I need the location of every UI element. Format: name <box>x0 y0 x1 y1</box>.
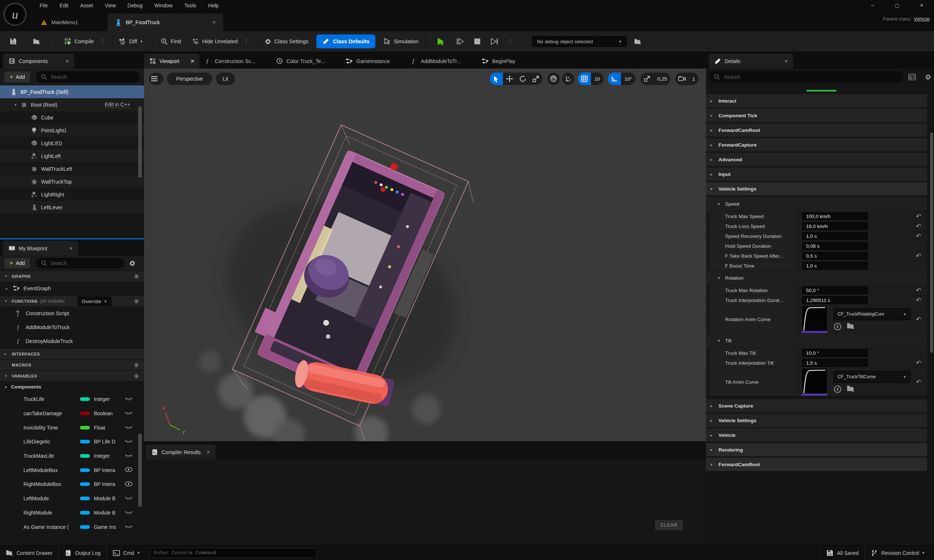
revert-icon[interactable]: ↶ <box>916 252 921 260</box>
myblueprint-scrollbar[interactable] <box>138 434 142 507</box>
console-command-input[interactable] <box>154 550 313 555</box>
center-tab[interactable]: Color Truck_Te... <box>271 54 341 69</box>
menu-item[interactable]: Window <box>148 3 178 8</box>
details-search[interactable] <box>709 71 903 83</box>
camera-speed-control[interactable]: 1 <box>675 72 699 85</box>
output-log-button[interactable]: Output Log <box>58 546 106 560</box>
visibility-eye-icon[interactable] <box>125 411 134 416</box>
parent-class-value[interactable]: Vehicle <box>914 16 929 22</box>
component-tree-row[interactable]: LightLED <box>0 137 144 149</box>
details-category[interactable]: ▸ Vehicle <box>706 428 927 442</box>
variable-row[interactable]: RightModule Module B <box>0 506 144 520</box>
property-value-box[interactable]: 0,5 s <box>801 251 869 261</box>
details-category[interactable]: ▸ Vehicle Settings <box>706 414 927 427</box>
add-macro-icon[interactable]: ⊕ <box>134 362 139 368</box>
details-category[interactable]: ▸ Input <box>706 168 927 181</box>
surface-snap-button[interactable] <box>562 72 574 85</box>
property-value-box[interactable]: 1,290511 s <box>801 295 869 305</box>
settings-gear-icon[interactable] <box>129 260 136 267</box>
add-variable-icon[interactable]: ⊕ <box>134 373 139 379</box>
visibility-eye-icon[interactable] <box>125 481 134 488</box>
simulation-button[interactable]: Simulation <box>383 34 419 49</box>
perspective-button[interactable]: Perspective <box>167 72 212 85</box>
variable-row[interactable]: As Game Instance ( Game Ins <box>0 520 144 534</box>
myblueprint-search[interactable] <box>36 258 124 268</box>
revert-icon[interactable]: ↶ <box>916 359 921 367</box>
component-tree-row[interactable]: LightLeft <box>0 149 144 162</box>
close-icon[interactable]: ✕ <box>190 58 195 64</box>
all-saved-button[interactable]: All Saved <box>820 546 864 560</box>
browse-asset-icon[interactable] <box>847 323 856 331</box>
center-tab[interactable]: f Construction Sc... <box>199 54 271 69</box>
menu-item[interactable]: View <box>99 3 122 8</box>
viewport-3d[interactable]: X Y Perspective Lit <box>144 69 706 441</box>
visibility-eye-icon[interactable] <box>125 524 134 530</box>
components-search[interactable] <box>36 71 140 83</box>
world-gizmo-button[interactable] <box>547 72 560 85</box>
center-tab[interactable]: BeginPlay <box>477 54 531 69</box>
edit-in-cpp-link[interactable]: Edit in C++ <box>105 102 130 108</box>
maximize-button[interactable]: ▢ <box>885 0 909 10</box>
visibility-eye-icon[interactable] <box>125 396 134 402</box>
expand-arrow-icon[interactable]: ▸ <box>6 286 12 291</box>
eventgraph-item[interactable]: ▸ EventGraph <box>0 282 144 295</box>
tab-mainmenu1[interactable]: MainMenu1 <box>34 14 85 31</box>
scale-snap-control[interactable]: 0,25 <box>640 72 671 85</box>
property-value-box[interactable]: 1,0 s <box>801 261 869 271</box>
revert-icon[interactable]: ↶ <box>916 286 921 294</box>
variable-row[interactable]: TruckLife Integer <box>0 392 144 406</box>
variable-row[interactable]: RightModuleBox BP Intera <box>0 477 144 491</box>
browse-asset-icon[interactable] <box>847 385 856 393</box>
tab-my-blueprint[interactable]: My Blueprint ✕ <box>3 241 78 256</box>
menu-item[interactable]: Edit <box>54 3 74 8</box>
component-tree-row[interactable]: LeftLever <box>0 201 144 214</box>
menu-item[interactable]: File <box>34 3 54 8</box>
visibility-eye-icon[interactable] <box>125 453 134 459</box>
functions-header[interactable]: ▼ FUNCTIONS (25 OVERRI Override ▼ ⊕ <box>0 295 144 306</box>
scale-snap-value[interactable]: 0,25 <box>654 76 671 82</box>
function-item[interactable]: f AddModuleToTruck <box>0 320 144 334</box>
menu-item[interactable]: Tools <box>178 3 202 8</box>
group-subheader[interactable]: ▼ Speed <box>706 197 927 211</box>
components-variable-group[interactable]: ▸ Components <box>0 381 144 392</box>
component-tree-row[interactable]: WallTruckTop <box>0 175 144 188</box>
details-category[interactable]: ▸ ForwardCapture <box>706 138 927 151</box>
variable-row[interactable]: LeftModuleBox BP Intera <box>0 463 144 477</box>
content-drawer-button[interactable]: Content Drawer <box>0 546 58 560</box>
interfaces-header[interactable]: ▸ INTERFACES <box>0 348 144 359</box>
component-tree-row[interactable]: BP_FoodTruck (Self) <box>0 85 144 98</box>
tab-details[interactable]: Details ✕ <box>709 54 793 69</box>
component-tree-row[interactable]: ▾ Root (Root) Edit in C++ <box>0 98 144 111</box>
debug-object-dropdown[interactable]: No debug object selected ▼ <box>532 36 627 47</box>
angle-snap-value[interactable]: 10° <box>621 76 635 82</box>
camera-speed-value[interactable]: 1 <box>688 76 699 82</box>
cmd-dropdown[interactable]: Cmd ▼ <box>107 546 146 560</box>
step-forward-icon[interactable] <box>455 38 465 45</box>
close-icon[interactable]: ✕ <box>207 450 211 455</box>
close-icon[interactable]: ✕ <box>212 20 216 25</box>
close-icon[interactable]: ✕ <box>69 246 73 251</box>
debug-browse-icon[interactable] <box>634 38 642 45</box>
visibility-eye-icon[interactable] <box>125 510 134 515</box>
function-item[interactable]: f Construction Script <box>0 306 144 320</box>
revert-icon[interactable]: ↶ <box>916 315 921 323</box>
rotate-tool-icon[interactable] <box>516 72 529 85</box>
details-settings-icon[interactable] <box>925 73 932 81</box>
details-category[interactable]: ▾ Rendering <box>706 443 927 456</box>
add-graph-icon[interactable]: ⊕ <box>134 273 139 280</box>
compile-options-icon[interactable]: ⋮ <box>98 38 107 45</box>
find-button[interactable]: Find <box>160 34 181 49</box>
details-category[interactable]: ▸ ForwardCamRoot <box>706 123 927 137</box>
add-blueprint-item-button[interactable]: + Add <box>5 258 30 268</box>
tab-bp-foodtruck[interactable]: BP_FoodTruck ✕ <box>108 14 223 31</box>
override-dropdown[interactable]: Override ▼ <box>78 297 111 306</box>
tab-components[interactable]: Components ✕ <box>3 54 74 69</box>
macros-header[interactable]: MACROS ⊕ <box>0 359 144 370</box>
revert-icon[interactable]: ↶ <box>916 378 921 386</box>
play-options-icon[interactable]: ⋮ <box>506 38 515 45</box>
revision-control-button[interactable]: Revision Control ▼ <box>865 546 934 560</box>
display-options-icon[interactable] <box>908 73 916 81</box>
property-value-box[interactable]: 1,5 s <box>801 358 869 368</box>
variable-row[interactable]: LeftModule Module B <box>0 491 144 506</box>
curve-asset-dropdown[interactable]: CF_TruckRotatingCurv ▼ <box>834 308 911 320</box>
